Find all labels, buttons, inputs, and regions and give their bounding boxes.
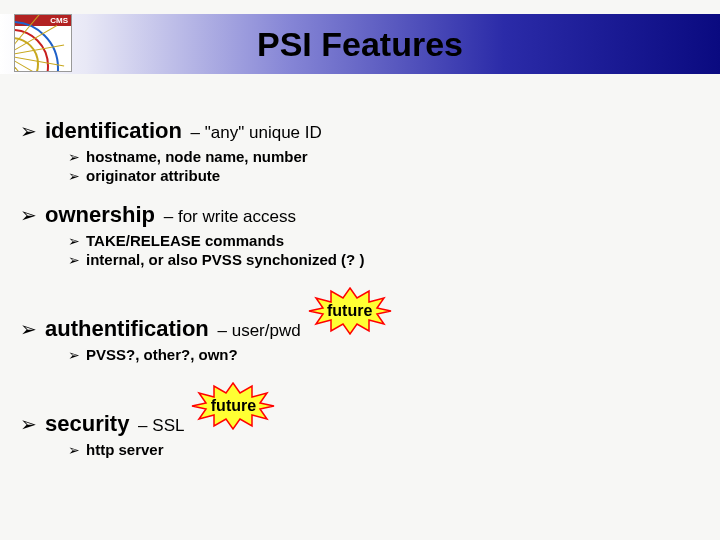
badge-label: future <box>327 302 372 320</box>
bullet-lead: authentification <box>45 316 209 341</box>
sub-list: ➢ TAKE/RELEASE commands ➢ internal, or a… <box>68 232 700 268</box>
sub-arrow-icon: ➢ <box>68 149 80 165</box>
bullet-lead: ownership <box>45 202 155 227</box>
sub-arrow-icon: ➢ <box>68 252 80 268</box>
future-badge: future <box>307 286 393 336</box>
sub-item: ➢ originator attribute <box>68 167 700 184</box>
sub-text: originator attribute <box>86 167 220 184</box>
sub-arrow-icon: ➢ <box>68 442 80 458</box>
sub-text: TAKE/RELEASE commands <box>86 232 284 249</box>
sub-item: ➢ hostname, node name, number <box>68 148 700 165</box>
future-badge: future <box>190 381 276 431</box>
sub-item: ➢ TAKE/RELEASE commands <box>68 232 700 249</box>
sub-item: ➢ http server <box>68 441 700 458</box>
bullet-arrow-icon: ➢ <box>20 205 37 225</box>
sub-text: hostname, node name, number <box>86 148 308 165</box>
title-bar: PSI Features <box>0 14 720 74</box>
bullet-identification: ➢ identification – "any" unique ID <box>20 118 700 144</box>
bullet-lead: identification <box>45 118 182 143</box>
sub-text: PVSS?, other?, own? <box>86 346 238 363</box>
bullet-trail: – for write access <box>159 207 296 226</box>
bullet-authentification: ➢ authentification – user/pwd future <box>20 286 700 342</box>
bullet-arrow-icon: ➢ <box>20 121 37 141</box>
content-area: ➢ identification – "any" unique ID ➢ hos… <box>20 100 700 466</box>
sub-list: ➢ PVSS?, other?, own? <box>68 346 700 363</box>
sub-text: http server <box>86 441 164 458</box>
sub-arrow-icon: ➢ <box>68 347 80 363</box>
sub-item: ➢ internal, or also PVSS synchonized (? … <box>68 251 700 268</box>
sub-arrow-icon: ➢ <box>68 233 80 249</box>
bullet-arrow-icon: ➢ <box>20 414 37 434</box>
bullet-trail: – user/pwd <box>213 321 301 340</box>
bullet-security: ➢ security – SSL future <box>20 381 700 437</box>
sub-list: ➢ http server <box>68 441 700 458</box>
bullet-trail: – SSL <box>133 416 184 435</box>
cms-logo: CMS <box>14 14 72 72</box>
sub-item: ➢ PVSS?, other?, own? <box>68 346 700 363</box>
sub-arrow-icon: ➢ <box>68 168 80 184</box>
slide-title: PSI Features <box>0 14 720 74</box>
bullet-arrow-icon: ➢ <box>20 319 37 339</box>
slide: PSI Features CMS ➢ identification – "any… <box>0 0 720 540</box>
bullet-lead: security <box>45 411 129 436</box>
sub-list: ➢ hostname, node name, number ➢ originat… <box>68 148 700 184</box>
bullet-trail: – "any" unique ID <box>186 123 322 142</box>
bullet-ownership: ➢ ownership – for write access <box>20 202 700 228</box>
badge-label: future <box>211 397 256 415</box>
sub-text: internal, or also PVSS synchonized (? ) <box>86 251 364 268</box>
